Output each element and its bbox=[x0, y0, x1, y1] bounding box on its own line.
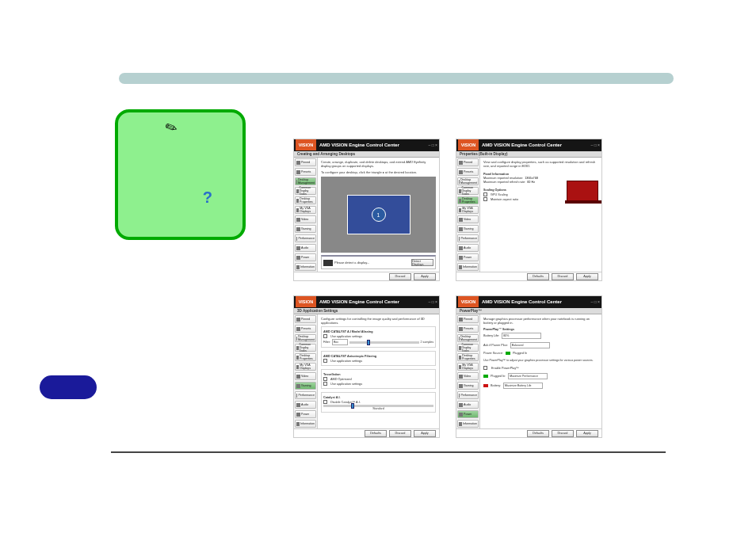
sidebar-item[interactable]: Information bbox=[295, 263, 316, 271]
sidebar-item[interactable]: Audio bbox=[457, 244, 479, 252]
catai-disable-row[interactable]: Disable Catalyst™ A.I. bbox=[323, 400, 433, 404]
sidebar-item[interactable]: Performance bbox=[295, 234, 316, 242]
sidebar-item[interactable]: Information bbox=[295, 420, 316, 428]
nav-tab-pill[interactable] bbox=[40, 375, 97, 399]
vga-icon bbox=[296, 208, 299, 212]
detect-displays-button[interactable]: Detect Displays bbox=[411, 259, 433, 266]
sidebar-item-selected[interactable]: Desktop Management bbox=[295, 177, 316, 185]
aa-use-app-row[interactable]: Use application settings bbox=[323, 334, 433, 338]
desktop-tile[interactable]: 1 bbox=[347, 195, 410, 234]
discard-button[interactable]: Discard bbox=[389, 430, 411, 437]
apply-button[interactable]: Apply bbox=[414, 430, 436, 437]
sidebar-item[interactable]: Power bbox=[295, 253, 316, 261]
sidebar-note-card: ✎ ? bbox=[115, 109, 246, 240]
sidebar-item[interactable]: My VGA Displays bbox=[295, 206, 316, 214]
discard-button[interactable]: Discard bbox=[389, 273, 411, 280]
sidebar-item[interactable]: Pinned bbox=[457, 315, 479, 323]
sidebar-item[interactable]: My VGA Displays bbox=[457, 206, 479, 214]
panel-desc: View and configure display properties, s… bbox=[483, 160, 598, 168]
filter-dropdown[interactable]: Box bbox=[332, 339, 348, 345]
sidebar-item[interactable]: Video bbox=[295, 372, 316, 380]
sidebar-item[interactable]: Pinned bbox=[457, 158, 479, 166]
defaults-button[interactable]: Defaults bbox=[527, 273, 549, 280]
sidebar-item[interactable]: Desktop Properties bbox=[295, 353, 316, 361]
sidebar-item[interactable]: Performance bbox=[295, 391, 316, 399]
sidebar-item[interactable]: My VGA Displays bbox=[295, 363, 316, 371]
plug-icon bbox=[483, 375, 488, 378]
sidebar-item[interactable]: My VGA Displays bbox=[457, 363, 479, 371]
sidebar-item[interactable]: Information bbox=[457, 420, 479, 428]
discard-button[interactable]: Discard bbox=[552, 273, 574, 280]
window-controls[interactable]: – □ × bbox=[591, 143, 601, 147]
sidebar-item[interactable]: Presets bbox=[295, 325, 316, 333]
sidebar-item[interactable]: Desktop Management bbox=[295, 334, 316, 342]
defaults-button[interactable]: Defaults bbox=[365, 430, 387, 437]
catai-slider[interactable] bbox=[323, 405, 433, 407]
window-controls[interactable]: – □ × bbox=[429, 299, 438, 304]
display-icon bbox=[459, 189, 461, 193]
apply-button[interactable]: Apply bbox=[576, 273, 598, 280]
display-icon bbox=[459, 346, 461, 350]
sidebar-item[interactable]: Audio bbox=[295, 401, 316, 409]
window-title: AMD VISION Engine Control Center bbox=[316, 299, 429, 304]
sidebar-item[interactable]: Audio bbox=[295, 244, 316, 252]
plugged-row[interactable]: Plugged In:Maximize Performance bbox=[483, 373, 598, 379]
tess-use-row[interactable]: Use application settings bbox=[323, 382, 433, 386]
dialog-footer: Discard Apply bbox=[294, 272, 439, 280]
sidebar-item-selected[interactable]: Power bbox=[457, 410, 479, 418]
sidebar-item[interactable]: Gaming bbox=[457, 225, 479, 233]
sidebar-item[interactable]: Desktop Management bbox=[457, 177, 479, 185]
af-group: AMD CATALYST Anisotropic Filtering Use a… bbox=[321, 351, 436, 366]
help-icon[interactable]: ? bbox=[203, 188, 212, 207]
detection-strip: Please detect a display... Detect Displa… bbox=[321, 255, 436, 269]
sidebar-item[interactable]: Common Display Tasks bbox=[295, 187, 316, 195]
sidebar-item[interactable]: Common Display Tasks bbox=[457, 344, 479, 352]
sidebar-item[interactable]: Presets bbox=[295, 168, 316, 176]
sidebar-item[interactable]: Video bbox=[457, 215, 479, 223]
sidebar-item[interactable]: Gaming bbox=[295, 225, 316, 233]
battery-dropdown[interactable]: Maximize Battery Life bbox=[503, 383, 543, 389]
gpu-scaling-row[interactable]: GPU Scaling bbox=[483, 192, 562, 196]
apply-button[interactable]: Apply bbox=[576, 430, 598, 437]
defaults-button[interactable]: Defaults bbox=[527, 430, 549, 437]
tess-opt-row[interactable]: AMD Optimized bbox=[323, 377, 433, 381]
sidebar-item[interactable]: Desktop Properties bbox=[295, 196, 316, 204]
enable-pp-row[interactable]: Enable PowerPlay™ bbox=[483, 366, 598, 370]
sidebar-item[interactable]: Pinned bbox=[295, 315, 316, 323]
panel-subheader: Creating and Arranging Desktops bbox=[294, 151, 439, 158]
panel-info-title: Panel Information bbox=[483, 173, 562, 176]
sidebar-item-selected[interactable]: Gaming bbox=[295, 382, 316, 390]
sidebar-item[interactable]: Presets bbox=[457, 168, 479, 176]
maintain-row[interactable]: Maintain aspect ratio bbox=[483, 197, 562, 201]
plugged-dropdown[interactable]: Maximize Performance bbox=[508, 373, 548, 379]
thumb-3d-settings: VISION AMD VISION Engine Control Center … bbox=[293, 295, 440, 438]
sidebar-item[interactable]: Video bbox=[457, 372, 479, 380]
af-use-app-row[interactable]: Use application settings bbox=[323, 359, 433, 363]
sidebar-item[interactable]: Performance bbox=[457, 391, 479, 399]
window-controls[interactable]: – □ × bbox=[591, 299, 601, 304]
sidebar-item[interactable]: Gaming bbox=[457, 382, 479, 390]
sidebar-item[interactable]: Audio bbox=[457, 401, 479, 409]
apply-button[interactable]: Apply bbox=[414, 273, 436, 280]
sidebar-item[interactable]: Common Display Tasks bbox=[457, 187, 479, 195]
discard-button[interactable]: Discard bbox=[552, 430, 574, 437]
sidebar-item[interactable]: Power bbox=[457, 253, 479, 261]
sidebar-item[interactable]: Presets bbox=[457, 325, 479, 333]
page: ✎ ? VISION AMD VISION Engine Control Cen… bbox=[0, 0, 756, 533]
sidebar-item-selected[interactable]: Desktop Properties bbox=[457, 196, 479, 204]
game-icon bbox=[296, 384, 300, 388]
sidebar-item[interactable]: Information bbox=[457, 263, 479, 271]
sidebar-item[interactable]: Video bbox=[295, 215, 316, 223]
sidebar-item[interactable]: Desktop Management bbox=[457, 334, 479, 342]
panel-subheader: PowerPlay™ bbox=[456, 308, 601, 314]
sidebar-item[interactable]: Performance bbox=[457, 234, 479, 242]
battery-row[interactable]: Battery:Maximize Battery Life bbox=[483, 383, 598, 389]
desktop-preview[interactable]: 1 bbox=[321, 177, 436, 253]
info-icon bbox=[296, 422, 300, 426]
sidebar-item[interactable]: Power bbox=[295, 410, 316, 418]
window-controls[interactable]: – □ × bbox=[429, 143, 438, 147]
sidebar-item[interactable]: Common Display Tasks bbox=[295, 344, 316, 352]
sidebar-item[interactable]: Desktop Properties bbox=[457, 353, 479, 361]
aa-filter-row[interactable]: Filter: Box 2 samples bbox=[323, 339, 433, 345]
sidebar-item[interactable]: Pinned bbox=[295, 158, 316, 166]
